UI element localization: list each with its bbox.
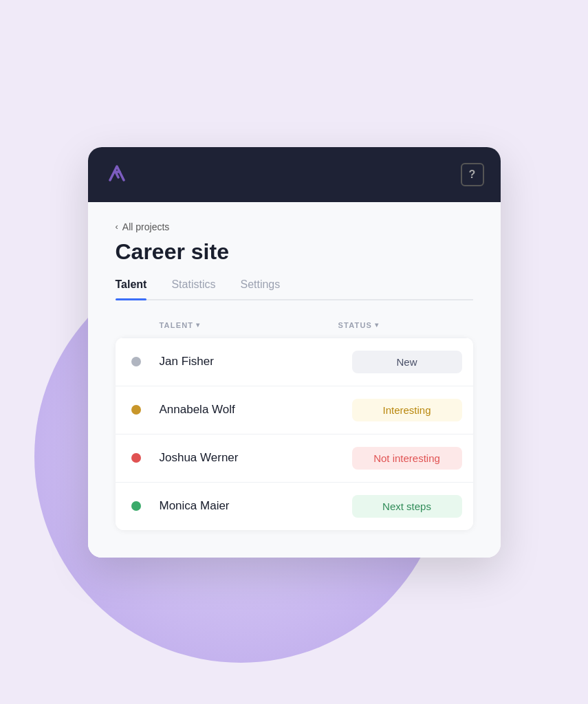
table-row[interactable]: Jan Fisher New xyxy=(116,338,473,386)
help-button[interactable]: ? xyxy=(461,163,484,186)
status-badge: Interesting xyxy=(352,399,462,421)
column-talent-header[interactable]: TALENT ▾ xyxy=(160,321,338,329)
status-dot xyxy=(131,453,141,463)
avatar xyxy=(127,448,146,468)
talent-name: Joshua Werner xyxy=(160,451,352,465)
page-content: ‹ All projects Career site Talent Statis… xyxy=(88,202,501,558)
status-badge: New xyxy=(352,351,462,373)
breadcrumb-label: All projects xyxy=(122,221,169,232)
breadcrumb[interactable]: ‹ All projects xyxy=(116,221,473,232)
main-card: ? ‹ All projects Career site Talent Stat… xyxy=(88,147,501,558)
tab-settings[interactable]: Settings xyxy=(240,278,280,299)
talent-sort-icon: ▾ xyxy=(196,321,200,329)
talent-name: Monica Maier xyxy=(160,499,352,513)
logo-icon xyxy=(105,161,129,188)
tab-bar: Talent Statistics Settings xyxy=(116,278,473,300)
table-row[interactable]: Joshua Werner Not interesting xyxy=(116,434,473,482)
table-header: TALENT ▾ STATUS ▾ xyxy=(116,321,473,338)
app-header: ? xyxy=(88,147,501,202)
column-status-header[interactable]: STATUS ▾ xyxy=(338,321,462,329)
avatar xyxy=(127,496,146,516)
status-sort-icon: ▾ xyxy=(375,321,379,329)
table-row[interactable]: Annabela Wolf Interesting xyxy=(116,386,473,434)
talent-name: Jan Fisher xyxy=(160,355,352,368)
avatar xyxy=(127,352,146,371)
avatar xyxy=(127,400,146,419)
status-dot xyxy=(131,501,141,511)
tab-talent[interactable]: Talent xyxy=(116,278,147,299)
table-row[interactable]: Monica Maier Next steps xyxy=(116,482,473,530)
status-dot xyxy=(131,357,141,366)
status-dot xyxy=(131,405,141,415)
status-badge: Next steps xyxy=(352,495,462,518)
status-badge: Not interesting xyxy=(352,447,462,470)
talent-name: Annabela Wolf xyxy=(160,403,352,417)
breadcrumb-back-icon: ‹ xyxy=(116,221,118,232)
page-title: Career site xyxy=(116,239,473,265)
talent-table: Jan Fisher New Annabela Wolf Interesting… xyxy=(116,338,473,530)
tab-statistics[interactable]: Statistics xyxy=(171,278,215,299)
